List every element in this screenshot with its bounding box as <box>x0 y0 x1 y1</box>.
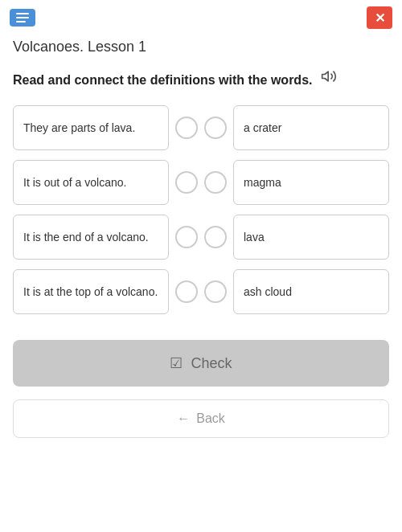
matching-container: They are parts of lava. a crater It is o… <box>13 105 389 314</box>
radio-right-2[interactable] <box>204 171 227 194</box>
back-label: Back <box>196 411 225 426</box>
radio-group-1 <box>175 117 227 139</box>
radio-right-4[interactable] <box>204 280 227 303</box>
menu-button[interactable] <box>10 9 35 27</box>
hamburger-icon <box>16 13 29 23</box>
definition-box-4: It is at the top of a volcano. <box>13 269 169 314</box>
radio-left-1[interactable] <box>175 117 198 139</box>
back-arrow-icon: ← <box>177 411 190 426</box>
close-button[interactable]: ✕ <box>367 6 392 29</box>
table-row: They are parts of lava. a crater <box>13 105 389 150</box>
check-button[interactable]: ☑ Check <box>13 340 389 387</box>
table-row: It is out of a volcano. magma <box>13 160 389 205</box>
word-box-3: lava <box>233 215 389 260</box>
check-label: Check <box>191 355 232 372</box>
definition-box-2: It is out of a volcano. <box>13 160 169 205</box>
main-content: Read and connect the definitions with th… <box>0 68 402 314</box>
instruction-text: Read and connect the definitions with th… <box>13 68 389 89</box>
definition-box-3: It is the end of a volcano. <box>13 215 169 260</box>
radio-right-3[interactable] <box>204 226 227 248</box>
radio-left-4[interactable] <box>175 280 198 303</box>
definition-box-1: They are parts of lava. <box>13 105 169 150</box>
speaker-icon[interactable] <box>321 68 337 84</box>
radio-left-3[interactable] <box>175 226 198 248</box>
close-icon: ✕ <box>375 10 385 26</box>
table-row: It is the end of a volcano. lava <box>13 215 389 260</box>
radio-left-2[interactable] <box>175 171 198 194</box>
word-box-2: magma <box>233 160 389 205</box>
back-button[interactable]: ← Back <box>13 399 389 438</box>
top-bar: ✕ <box>0 0 402 35</box>
page-title: Volcanoes. Lesson 1 <box>0 35 402 68</box>
word-box-1: a crater <box>233 105 389 150</box>
table-row: It is at the top of a volcano. ash cloud <box>13 269 389 314</box>
radio-right-1[interactable] <box>204 117 227 139</box>
svg-marker-0 <box>322 72 329 81</box>
check-icon: ☑ <box>170 354 183 372</box>
word-box-4: ash cloud <box>233 269 389 314</box>
radio-group-4 <box>175 280 227 303</box>
radio-group-2 <box>175 171 227 194</box>
radio-group-3 <box>175 226 227 248</box>
